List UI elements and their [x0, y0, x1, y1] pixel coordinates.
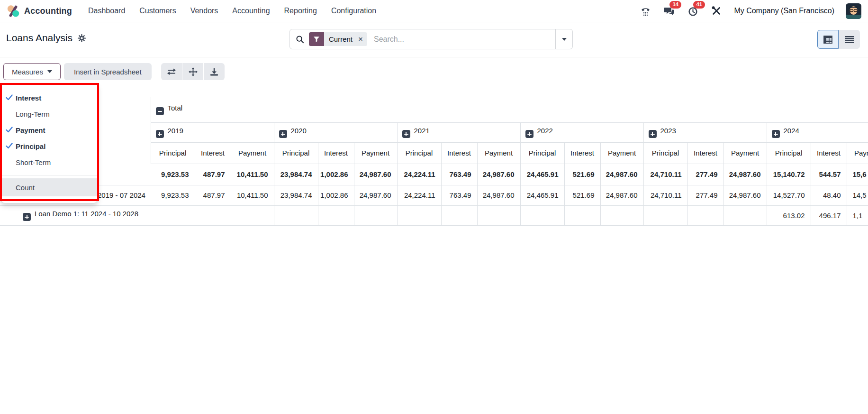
pivot-year-header-2020[interactable]: 2020	[274, 122, 397, 142]
pivot-measure-header-principal[interactable]: Principal	[767, 142, 811, 164]
user-avatar[interactable]	[846, 3, 861, 19]
app-brand[interactable]: Accounting	[7, 4, 72, 18]
pivot-value-cell[interactable]: 24,465.91	[520, 185, 564, 205]
search-bar[interactable]: Current × Search...	[289, 29, 573, 49]
expand-plus-icon[interactable]	[279, 130, 287, 138]
pivot-value-cell[interactable]: 9,923.53	[151, 185, 195, 205]
measure-item-long-term[interactable]: Long-Term	[1, 106, 97, 122]
pivot-view-button[interactable]	[817, 30, 839, 49]
pivot-measure-header-interest[interactable]: Interest	[441, 142, 477, 164]
dialer-icon[interactable]	[639, 5, 651, 17]
download-xlsx-button[interactable]	[204, 63, 225, 80]
pivot-value-cell[interactable]: 487.97	[195, 185, 231, 205]
measure-item-payment[interactable]: Payment	[1, 122, 97, 138]
pivot-measure-header-interest[interactable]: Interest	[195, 142, 231, 164]
pivot-value-cell[interactable]: 10,411.50	[231, 185, 274, 205]
pivot-value-cell[interactable]: 24,224.11	[397, 164, 441, 185]
pivot-value-cell[interactable]	[520, 205, 564, 225]
pivot-measure-header-principal[interactable]: Principal	[520, 142, 564, 164]
list-view-button[interactable]	[839, 30, 860, 49]
pivot-measure-header-payment[interactable]: Payment	[723, 142, 767, 164]
expand-plus-icon[interactable]	[156, 130, 164, 138]
pivot-value-cell[interactable]: 24,987.60	[723, 164, 767, 185]
pivot-value-cell[interactable]	[397, 205, 441, 225]
pivot-value-cell[interactable]: 9,923.53	[151, 164, 195, 185]
insert-in-spreadsheet-button[interactable]: Insert in Spreadsheet	[64, 63, 152, 80]
pivot-value-cell[interactable]	[318, 205, 354, 225]
nav-item-accounting[interactable]: Accounting	[232, 7, 270, 15]
collapse-minus-icon[interactable]	[156, 107, 164, 115]
pivot-value-cell[interactable]: 277.49	[687, 185, 723, 205]
pivot-value-cell[interactable]: 521.69	[564, 185, 600, 205]
measure-item-short-term[interactable]: Short-Term	[1, 154, 97, 170]
pivot-value-cell[interactable]: 487.97	[195, 164, 231, 185]
pivot-value-cell[interactable]	[477, 205, 520, 225]
nav-item-customers[interactable]: Customers	[139, 7, 176, 15]
pivot-measure-header-interest[interactable]: Interest	[687, 142, 723, 164]
pivot-value-cell[interactable]	[643, 205, 687, 225]
pivot-value-cell[interactable]: 14,527.70	[767, 185, 811, 205]
pivot-value-cell[interactable]: 1,002.86	[318, 164, 354, 185]
pivot-measure-header-payment[interactable]: Payment	[847, 142, 868, 164]
debug-tools-icon[interactable]	[710, 5, 723, 17]
pivot-value-cell[interactable]: 14,5	[847, 185, 868, 205]
pivot-measure-header-payment[interactable]: Payment	[477, 142, 520, 164]
app-name[interactable]: Accounting	[24, 6, 72, 16]
search-options-toggle[interactable]	[555, 29, 572, 49]
pivot-measure-header-interest[interactable]: Interest	[318, 142, 354, 164]
expand-plus-icon[interactable]	[23, 213, 31, 221]
messages-icon[interactable]: 14	[663, 5, 675, 17]
facet-remove-icon[interactable]: ×	[357, 32, 367, 46]
nav-item-vendors[interactable]: Vendors	[190, 7, 218, 15]
pivot-value-cell[interactable]: 24,987.60	[477, 185, 520, 205]
pivot-year-header-2021[interactable]: 2021	[397, 122, 520, 142]
search-placeholder[interactable]: Search...	[374, 35, 404, 44]
nav-item-dashboard[interactable]: Dashboard	[88, 7, 125, 15]
pivot-value-cell[interactable]: 496.17	[811, 205, 847, 225]
pivot-value-cell[interactable]: 24,987.60	[723, 185, 767, 205]
pivot-value-cell[interactable]: 763.49	[441, 185, 477, 205]
measure-item-count[interactable]: Count	[1, 178, 97, 196]
pivot-value-cell[interactable]: 24,987.60	[477, 164, 520, 185]
pivot-measure-header-payment[interactable]: Payment	[231, 142, 274, 164]
pivot-value-cell[interactable]: 15,140.72	[767, 164, 811, 185]
pivot-value-cell[interactable]	[274, 205, 318, 225]
pivot-measure-header-interest[interactable]: Interest	[811, 142, 847, 164]
pivot-value-cell[interactable]: 23,984.74	[274, 164, 318, 185]
pivot-value-cell[interactable]: 24,224.11	[397, 185, 441, 205]
pivot-year-header-2022[interactable]: 2022	[520, 122, 643, 142]
pivot-total-column-header[interactable]: Total	[151, 97, 868, 122]
measures-button[interactable]: Measures	[3, 63, 61, 80]
pivot-value-cell[interactable]: 1,1	[847, 205, 868, 225]
expand-all-button[interactable]	[182, 63, 203, 80]
pivot-value-cell[interactable]: 10,411.50	[231, 164, 274, 185]
pivot-value-cell[interactable]: 1,002.86	[318, 185, 354, 205]
pivot-value-cell[interactable]: 763.49	[441, 164, 477, 185]
measure-item-principal[interactable]: Principal	[1, 138, 97, 154]
pivot-value-cell[interactable]: 24,987.60	[354, 185, 397, 205]
pivot-value-cell[interactable]	[687, 205, 723, 225]
pivot-measure-header-principal[interactable]: Principal	[151, 142, 195, 164]
pivot-value-cell[interactable]: 15,6	[847, 164, 868, 185]
pivot-value-cell[interactable]: 24,987.60	[600, 164, 643, 185]
flip-axis-button[interactable]	[161, 63, 182, 80]
pivot-value-cell[interactable]: 24,465.91	[520, 164, 564, 185]
pivot-value-cell[interactable]: 544.57	[811, 164, 847, 185]
pivot-value-cell[interactable]: 24,710.11	[643, 185, 687, 205]
pivot-value-cell[interactable]	[231, 205, 274, 225]
expand-plus-icon[interactable]	[525, 130, 533, 138]
expand-plus-icon[interactable]	[402, 130, 410, 138]
pivot-value-cell[interactable]: 48.40	[811, 185, 847, 205]
pivot-row-header[interactable]: Loan Demo 1: 11 2024 - 10 2028	[0, 205, 151, 225]
view-settings-gear-icon[interactable]	[78, 34, 86, 42]
measure-item-interest[interactable]: Interest	[1, 90, 97, 106]
company-switcher[interactable]: My Company (San Francisco)	[734, 7, 834, 15]
pivot-value-cell[interactable]: 277.49	[687, 164, 723, 185]
pivot-measure-header-payment[interactable]: Payment	[354, 142, 397, 164]
pivot-value-cell[interactable]	[723, 205, 767, 225]
pivot-measure-header-principal[interactable]: Principal	[643, 142, 687, 164]
pivot-measure-header-interest[interactable]: Interest	[564, 142, 600, 164]
pivot-measure-header-payment[interactable]: Payment	[600, 142, 643, 164]
pivot-measure-header-principal[interactable]: Principal	[397, 142, 441, 164]
nav-item-reporting[interactable]: Reporting	[284, 7, 317, 15]
